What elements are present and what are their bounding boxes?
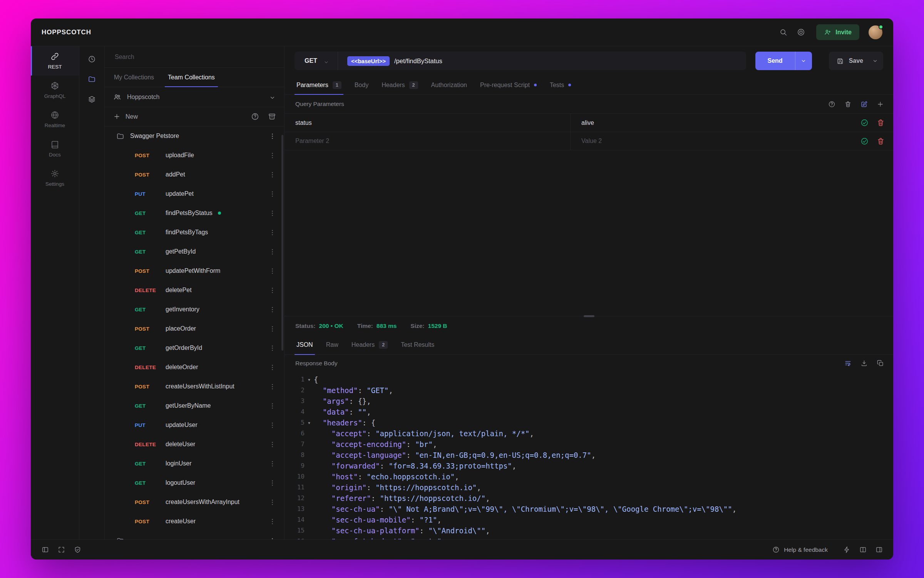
help-button[interactable] [825,97,839,111]
response-tab-test-results[interactable]: Test Results [394,336,441,355]
save-options-button[interactable] [867,52,883,70]
param-value-field[interactable]: Value 2 [571,138,858,144]
app-logo[interactable]: HOPPSCOTCH [42,29,91,36]
param-key-field[interactable]: Parameter 2 [285,132,571,150]
collections-tab-team[interactable]: Team Collections [161,68,222,87]
item-options-button[interactable] [266,168,279,181]
request-item[interactable]: DELETEdeleteOrder [105,358,284,377]
item-options-button[interactable] [266,380,279,393]
item-options-button[interactable] [266,515,279,528]
nav-item-realtime[interactable]: Realtime [31,105,79,134]
item-options-button[interactable] [266,438,279,451]
item-options-button[interactable] [266,418,279,432]
request-item[interactable]: GETgetPetById [105,242,284,261]
request-item[interactable]: POSTupdatePetWithForm [105,261,284,281]
param-active-toggle[interactable] [858,116,871,129]
tab-tests[interactable]: Tests [543,76,578,94]
invite-button[interactable]: Invite [816,24,859,40]
tab-parameters[interactable]: Parameters1 [290,76,348,94]
help-button[interactable] [247,109,263,124]
item-options-button[interactable] [266,284,279,297]
zap-button[interactable] [839,543,854,557]
item-options-button[interactable] [266,322,279,335]
request-item[interactable]: GETgetOrderById [105,338,284,358]
download-button[interactable] [857,356,871,370]
sidebar-tab-environments[interactable] [84,91,100,107]
collection-folder[interactable]: Swagger Petstore [105,126,284,146]
edit-button[interactable] [857,97,871,111]
new-collection-button[interactable]: New [113,113,138,120]
request-item[interactable]: GETgetInventory [105,300,284,319]
send-options-button[interactable] [795,52,812,70]
tab-body[interactable]: Body [348,76,375,94]
save-button[interactable]: Save [829,52,867,70]
collection-folder[interactable] [105,531,284,539]
fold-caret-icon[interactable]: ▾ [305,417,314,428]
item-options-button[interactable] [266,187,279,200]
request-item[interactable]: PUTupdateUser [105,415,284,435]
request-item[interactable]: GETloginUser [105,454,284,473]
collections-search-input[interactable] [114,53,275,61]
trash-button[interactable] [841,97,855,111]
request-item[interactable]: POSTaddPet [105,165,284,184]
param-value-field[interactable]: alive [571,119,858,126]
request-item[interactable]: DELETEdeletePet [105,281,284,300]
pane-resize-handle[interactable] [584,315,594,317]
send-button[interactable]: Send [755,52,795,70]
item-options-button[interactable] [266,399,279,412]
request-item[interactable]: GETfindPetsByTags [105,223,284,242]
request-item[interactable]: POSTcreateUser [105,512,284,531]
collections-tab-my[interactable]: My Collections [107,68,161,87]
item-options-button[interactable] [266,476,279,489]
base-url-chip[interactable]: <<baseUrl>> [347,56,390,66]
response-tab-headers[interactable]: Headers2 [345,336,394,355]
response-tab-raw[interactable]: Raw [320,336,345,355]
param-key-field[interactable]: status [285,114,571,132]
nav-item-docs[interactable]: Docs [31,134,79,163]
request-item[interactable]: PUTupdatePet [105,184,284,203]
param-delete-button[interactable] [874,116,887,129]
request-item[interactable]: POSTplaceOrder [105,319,284,338]
item-options-button[interactable] [266,129,279,143]
request-item[interactable]: GETfindPetsByStatus [105,203,284,223]
request-item[interactable]: GETgetUserByName [105,396,284,415]
search-button[interactable] [775,25,791,40]
help-feedback-button[interactable]: Help & feedback [770,546,830,554]
panel-right-button[interactable] [872,543,886,557]
sidebar-tab-collections[interactable] [84,71,100,87]
shield-check-button[interactable] [70,543,85,557]
item-options-button[interactable] [266,457,279,470]
sidebar-tab-history[interactable] [84,51,100,67]
item-options-button[interactable] [266,245,279,258]
wrap-button[interactable] [841,356,855,370]
nav-item-settings[interactable]: Settings [31,163,79,193]
collections-scrollbar[interactable] [281,135,283,351]
url-input[interactable]: <<baseUrl>> /pet/findByStatus [338,52,452,70]
request-item[interactable]: POSTcreateUsersWithListInput [105,377,284,396]
copy-button[interactable] [873,356,887,370]
item-options-button[interactable] [266,226,279,239]
item-options-button[interactable] [266,361,279,374]
item-options-button[interactable] [266,534,279,539]
response-code-viewer[interactable]: 1▾{2 "method": "GET",3 "args": {},4 "dat… [285,372,893,540]
archive-button[interactable] [264,109,280,124]
support-button[interactable] [793,25,808,40]
panel-left-button[interactable] [38,543,52,557]
tab-headers[interactable]: Headers2 [375,76,424,94]
expand-button[interactable] [54,543,69,557]
request-item[interactable]: DELETEdeleteUser [105,435,284,454]
item-options-button[interactable] [266,341,279,355]
fold-caret-icon[interactable]: ▾ [305,374,314,385]
request-item[interactable]: GETlogoutUser [105,473,284,492]
response-tab-json[interactable]: JSON [290,336,320,355]
request-item[interactable]: POSTcreateUsersWithArrayInput [105,492,284,512]
item-options-button[interactable] [266,264,279,277]
user-avatar[interactable] [869,25,882,39]
tab-authorization[interactable]: Authorization [425,76,474,94]
team-selector[interactable]: Hoppscotch [105,87,284,107]
nav-item-graphql[interactable]: GraphQL [31,76,79,105]
plus-button[interactable] [873,97,887,111]
columns-button[interactable] [855,543,870,557]
tab-pre-request-script[interactable]: Pre-request Script [474,76,543,94]
item-options-button[interactable] [266,496,279,509]
